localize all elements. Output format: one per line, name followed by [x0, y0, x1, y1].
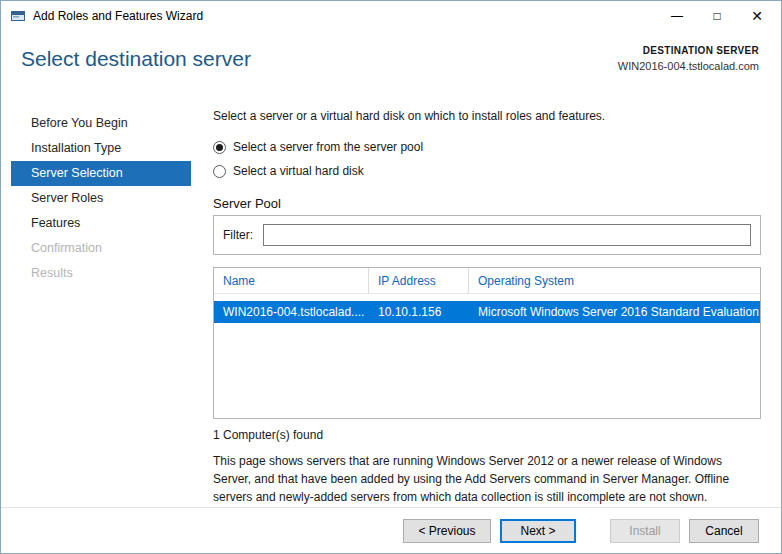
- window-controls: — □ ✕: [657, 1, 781, 31]
- previous-button[interactable]: < Previous: [403, 519, 491, 543]
- table-cell: Microsoft Windows Server 2016 Standard E…: [469, 305, 760, 319]
- sidebar-item-installation-type[interactable]: Installation Type: [11, 136, 191, 161]
- minimize-icon[interactable]: —: [657, 1, 697, 31]
- server-table-header: NameIP AddressOperating System: [214, 268, 760, 294]
- install-button: Install: [610, 519, 680, 543]
- radio-select-a-virtual-hard-disk[interactable]: Select a virtual hard disk: [213, 160, 761, 182]
- wizard-footer: < Previous Next > Install Cancel: [1, 507, 781, 553]
- close-icon[interactable]: ✕: [737, 1, 777, 31]
- destination-server-label: DESTINATION SERVER: [618, 45, 759, 56]
- wizard-window: Add Roles and Features Wizard — □ ✕ Sele…: [0, 0, 782, 554]
- server-table-body: WIN2016-004.tstlocalad....10.10.1.156Mic…: [214, 301, 760, 323]
- filter-label: Filter:: [223, 228, 253, 242]
- page-description: This page shows servers that are running…: [213, 453, 761, 506]
- page-title: Select destination server: [21, 47, 251, 95]
- radio-group: Select a server from the server poolSele…: [213, 136, 761, 182]
- wizard-body: Before You BeginInstallation TypeServer …: [1, 95, 781, 507]
- computers-found-text: 1 Computer(s) found: [213, 428, 761, 442]
- filter-box: Filter:: [213, 215, 761, 255]
- destination-server-name: WIN2016-004.tstlocalad.com: [618, 60, 759, 72]
- server-pool-table: NameIP AddressOperating System WIN2016-0…: [213, 267, 761, 419]
- wizard-steps: Before You BeginInstallation TypeServer …: [1, 95, 201, 507]
- column-header-operating-system[interactable]: Operating System: [469, 268, 760, 293]
- next-button[interactable]: Next >: [500, 519, 576, 543]
- main-content: Select a server or a virtual hard disk o…: [201, 95, 781, 507]
- radio-icon[interactable]: [213, 141, 226, 154]
- table-cell: WIN2016-004.tstlocalad....: [214, 305, 369, 319]
- radio-select-a-server-from-the-server-pool[interactable]: Select a server from the server pool: [213, 136, 761, 158]
- cancel-button[interactable]: Cancel: [689, 519, 759, 543]
- radio-label: Select a server from the server pool: [233, 140, 423, 154]
- server-pool-label: Server Pool: [213, 196, 761, 211]
- destination-server-block: DESTINATION SERVER WIN2016-004.tstlocala…: [618, 43, 759, 95]
- window-title: Add Roles and Features Wizard: [33, 9, 657, 23]
- intro-text: Select a server or a virtual hard disk o…: [213, 109, 761, 123]
- sidebar-item-before-you-begin[interactable]: Before You Begin: [11, 111, 191, 136]
- radio-label: Select a virtual hard disk: [233, 164, 364, 178]
- column-header-name[interactable]: Name: [214, 268, 369, 293]
- sidebar-item-results: Results: [11, 261, 191, 286]
- column-header-ip-address[interactable]: IP Address: [369, 268, 469, 293]
- wizard-header: Select destination server DESTINATION SE…: [1, 31, 781, 95]
- title-bar: Add Roles and Features Wizard — □ ✕: [1, 1, 781, 31]
- sidebar-item-features[interactable]: Features: [11, 211, 191, 236]
- maximize-icon[interactable]: □: [697, 1, 737, 31]
- sidebar-item-server-roles[interactable]: Server Roles: [11, 186, 191, 211]
- radio-icon[interactable]: [213, 165, 226, 178]
- filter-input[interactable]: [263, 224, 751, 246]
- sidebar-item-confirmation: Confirmation: [11, 236, 191, 261]
- app-icon: [10, 8, 26, 24]
- table-cell: 10.10.1.156: [369, 305, 469, 319]
- server-table-row[interactable]: WIN2016-004.tstlocalad....10.10.1.156Mic…: [214, 301, 760, 323]
- sidebar-item-server-selection[interactable]: Server Selection: [11, 161, 191, 186]
